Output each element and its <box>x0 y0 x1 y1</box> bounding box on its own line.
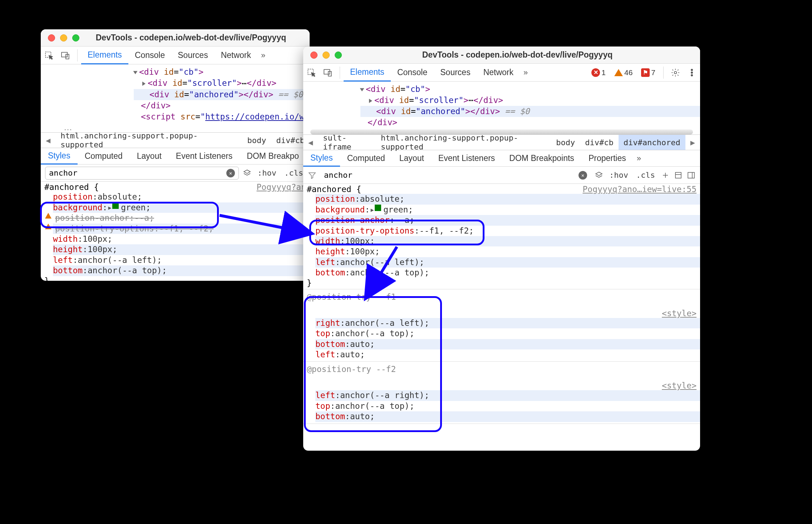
tab-console[interactable]: Console <box>128 46 171 64</box>
main-toolbar: Elements Console Sources Network » ✕1 46… <box>303 64 700 82</box>
subtab-layout[interactable]: Layout <box>130 148 169 164</box>
hov-toggle[interactable]: :hov <box>607 171 630 180</box>
clear-filter-icon[interactable]: ✕ <box>579 171 587 180</box>
close-icon[interactable] <box>310 52 318 59</box>
style-declaration[interactable]: position: absolute; <box>53 192 310 202</box>
dom-tree[interactable]: <div id="cb"> <div id="scroller">⋯</div>… <box>303 82 700 128</box>
cls-toggle[interactable]: .cls <box>282 168 305 177</box>
cls-toggle[interactable]: .cls <box>634 171 657 180</box>
svg-point-6 <box>674 71 677 74</box>
style-declaration[interactable]: left: anchor(--a left); <box>53 255 310 265</box>
selector-label[interactable]: #anchored { <box>44 182 99 192</box>
tab-console[interactable]: Console <box>391 64 434 81</box>
crumb-right-icon[interactable]: ▶ <box>685 138 700 147</box>
at-rule-header[interactable]: @position-try --f1 <box>303 289 700 308</box>
tab-sources[interactable]: Sources <box>171 46 214 64</box>
minimize-icon[interactable] <box>60 34 67 41</box>
selector-label[interactable]: #anchored { <box>307 185 361 194</box>
source-link[interactable]: Pogyyyq?an <box>257 182 306 192</box>
style-declaration[interactable]: position-anchor: --a; <box>315 215 700 225</box>
devtools-window-right: DevTools - codepen.io/web-dot-dev/live/P… <box>303 46 700 451</box>
style-declaration[interactable]: width: 100px; <box>315 236 700 246</box>
subtab-styles[interactable]: Styles <box>303 151 340 167</box>
style-declaration[interactable]: height: 100px; <box>315 246 700 257</box>
style-declaration[interactable]: height: 100px; <box>53 244 310 255</box>
computed-panel-icon[interactable] <box>674 171 683 180</box>
inspect-icon[interactable] <box>306 67 317 78</box>
titlebar: DevTools - codepen.io/web-dot-dev/live/P… <box>303 46 700 64</box>
style-declaration[interactable]: position-try-options: --f1, --f2; <box>315 226 700 236</box>
style-declaration[interactable]: bottom: auto; <box>315 411 700 422</box>
minimize-icon[interactable] <box>323 52 330 59</box>
style-declaration[interactable]: left: auto; <box>315 349 700 360</box>
hov-toggle[interactable]: :hov <box>255 168 279 177</box>
sidebar-toggle-icon[interactable] <box>686 171 696 180</box>
layers-icon[interactable] <box>594 171 604 180</box>
crumb-html[interactable]: html.anchoring-support.popup-supported <box>55 133 242 148</box>
crumb-iframe[interactable]: sult-iframe <box>318 135 376 150</box>
tab-elements[interactable]: Elements <box>344 64 391 82</box>
tab-network[interactable]: Network <box>477 64 520 81</box>
style-tag-link[interactable]: <style> <box>662 309 697 318</box>
tab-network[interactable]: Network <box>215 46 257 64</box>
subtab-dom-breakpoints[interactable]: DOM Breakpoints <box>502 150 581 166</box>
status-info[interactable]: ⚑7 <box>637 68 660 77</box>
device-toggle-icon[interactable] <box>323 67 333 78</box>
filter-input[interactable]: anchor ✕ <box>320 169 591 182</box>
inspect-icon[interactable] <box>44 50 54 61</box>
crumb-html[interactable]: html.anchoring-support.popup-supported <box>376 135 551 150</box>
style-declaration[interactable]: left: anchor(--a right); <box>315 390 700 401</box>
at-rule-header[interactable]: @position-try --f2 <box>303 362 700 380</box>
crumb-div-cb[interactable]: div#cb <box>580 135 618 150</box>
new-rule-icon[interactable] <box>661 171 670 180</box>
crumb-div-anchored[interactable]: div#anchored <box>619 135 685 150</box>
maximize-icon[interactable] <box>72 34 79 41</box>
style-declaration[interactable]: background: ▸ green; <box>315 205 700 215</box>
color-swatch[interactable] <box>112 202 119 209</box>
subtab-event-listeners[interactable]: Event Listeners <box>431 150 502 166</box>
layers-icon[interactable] <box>242 168 252 178</box>
status-errors[interactable]: ✕1 <box>587 68 610 77</box>
subtab-properties[interactable]: Properties <box>581 150 633 166</box>
crumb-body[interactable]: body <box>551 135 580 150</box>
style-declaration[interactable]: bottom: anchor(--a top); <box>53 265 310 276</box>
crumb-left-icon[interactable]: ◀ <box>41 136 55 145</box>
maximize-icon[interactable] <box>335 52 342 59</box>
status-warnings[interactable]: 46 <box>610 68 637 77</box>
kebab-icon[interactable] <box>686 67 697 78</box>
tab-elements[interactable]: Elements <box>81 47 128 64</box>
funnel-icon[interactable] <box>307 171 317 180</box>
style-declaration[interactable]: bottom: auto; <box>315 339 700 349</box>
style-declaration[interactable]: background: ▸ green; <box>53 202 310 213</box>
subtab-computed[interactable]: Computed <box>340 150 392 166</box>
filter-input[interactable]: anchor ✕ <box>45 167 239 180</box>
device-toggle-icon[interactable] <box>60 50 71 61</box>
style-tag-link[interactable]: <style> <box>662 381 697 390</box>
subtab-dom-breakpoints[interactable]: DOM Breakpo <box>240 148 306 164</box>
style-declaration[interactable]: bottom: anchor(--a top); <box>315 268 700 278</box>
more-subtabs-icon[interactable]: » <box>633 154 645 163</box>
dom-tree[interactable]: <div id="cb"> <div id="scroller">⋯</div>… <box>41 64 310 122</box>
crumb-left-icon[interactable]: ◀ <box>303 138 318 147</box>
subtab-layout[interactable]: Layout <box>392 150 431 166</box>
style-declaration[interactable]: position-anchor: --a; <box>53 213 310 223</box>
gear-icon[interactable] <box>670 67 681 78</box>
more-tabs-icon[interactable]: » <box>520 68 531 77</box>
tab-sources[interactable]: Sources <box>434 64 477 81</box>
crumb-body[interactable]: body <box>242 133 271 148</box>
close-icon[interactable] <box>48 34 55 41</box>
style-declaration[interactable]: right: anchor(--a left); <box>315 318 700 328</box>
style-declaration[interactable]: top: anchor(--a top); <box>315 401 700 411</box>
style-declaration[interactable]: position-try-options: --f1, --f2; <box>53 224 310 234</box>
style-declaration[interactable]: top: anchor(--a top); <box>315 328 700 339</box>
color-swatch[interactable] <box>375 205 381 211</box>
subtab-styles[interactable]: Styles <box>41 148 78 165</box>
style-declaration[interactable]: position: absolute; <box>315 194 700 204</box>
more-tabs-icon[interactable]: » <box>257 51 269 60</box>
subtab-event-listeners[interactable]: Event Listeners <box>169 148 240 164</box>
subtab-computed[interactable]: Computed <box>78 148 130 164</box>
clear-filter-icon[interactable]: ✕ <box>226 169 235 177</box>
style-declaration[interactable]: width: 100px; <box>53 234 310 244</box>
style-declaration[interactable]: left: anchor(--a left); <box>315 257 700 268</box>
source-link[interactable]: Pogyyyq?ano…iew=live:55 <box>583 185 697 194</box>
